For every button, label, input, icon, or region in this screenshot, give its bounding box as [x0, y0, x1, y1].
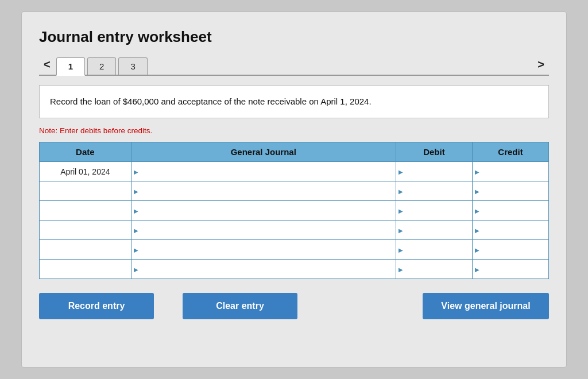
gj-cell-2[interactable]: [131, 181, 396, 201]
credit-cell-6[interactable]: [472, 260, 548, 279]
table-row: [40, 240, 549, 260]
note-text: Note: Enter debits before credits.: [39, 126, 549, 135]
next-tab-button[interactable]: >: [533, 56, 549, 72]
gj-cell-5[interactable]: [131, 240, 396, 260]
col-header-debit: Debit: [396, 142, 472, 162]
debit-cell-2[interactable]: [396, 181, 472, 201]
description-box: Record the loan of $460,000 and acceptan…: [39, 85, 549, 118]
table-row: [40, 201, 549, 221]
debit-cell-6[interactable]: [396, 260, 472, 279]
table-row: [40, 181, 549, 201]
debit-input-4[interactable]: [409, 226, 464, 235]
credit-input-2[interactable]: [485, 187, 540, 196]
debit-input-3[interactable]: [409, 206, 464, 215]
gj-input-5[interactable]: [144, 245, 376, 254]
description-text: Record the loan of $460,000 and acceptan…: [50, 96, 372, 106]
credit-input-3[interactable]: [485, 206, 540, 215]
debit-input-5[interactable]: [409, 245, 464, 254]
credit-cell-3[interactable]: [472, 201, 548, 221]
gj-cell-4[interactable]: [131, 221, 396, 240]
prev-tab-button[interactable]: <: [39, 56, 55, 72]
col-header-date: Date: [40, 142, 131, 162]
table-row: [40, 260, 549, 279]
table-row: April 01, 2024: [40, 162, 549, 181]
clear-entry-button[interactable]: Clear entry: [183, 293, 297, 319]
date-cell-2[interactable]: [40, 181, 131, 201]
col-header-credit: Credit: [472, 142, 548, 162]
page-title: Journal entry worksheet: [39, 28, 549, 46]
gj-input-3[interactable]: [144, 206, 376, 215]
credit-cell-1[interactable]: [472, 162, 548, 181]
tabs-row: < 1 2 3 >: [39, 56, 549, 76]
gj-input-4[interactable]: [144, 226, 376, 235]
journal-entry-worksheet: Journal entry worksheet < 1 2 3 > Record…: [21, 11, 567, 368]
tab-1[interactable]: 1: [56, 57, 85, 76]
debit-input-1[interactable]: [409, 167, 464, 176]
credit-input-4[interactable]: [485, 226, 540, 235]
view-general-journal-button[interactable]: View general journal: [423, 293, 549, 319]
gj-input-2[interactable]: [144, 187, 376, 196]
credit-cell-2[interactable]: [472, 181, 548, 201]
gj-cell-1[interactable]: [131, 162, 396, 181]
date-cell-5[interactable]: [40, 240, 131, 260]
debit-input-2[interactable]: [409, 187, 464, 196]
credit-cell-4[interactable]: [472, 221, 548, 240]
date-cell-4[interactable]: [40, 221, 131, 240]
debit-cell-5[interactable]: [396, 240, 472, 260]
col-header-gj: General Journal: [131, 142, 396, 162]
date-cell-3[interactable]: [40, 201, 131, 221]
table-row: [40, 221, 549, 240]
debit-input-6[interactable]: [409, 265, 464, 274]
gj-input-1[interactable]: [144, 167, 376, 176]
date-cell-1[interactable]: April 01, 2024: [40, 162, 131, 181]
record-entry-button[interactable]: Record entry: [39, 293, 154, 319]
gj-cell-6[interactable]: [131, 260, 396, 279]
credit-input-5[interactable]: [485, 245, 540, 254]
date-cell-6[interactable]: [40, 260, 131, 279]
journal-table: Date General Journal Debit Credit April …: [39, 142, 549, 279]
credit-input-1[interactable]: [485, 167, 540, 176]
tab-2[interactable]: 2: [87, 57, 116, 75]
gj-cell-3[interactable]: [131, 201, 396, 221]
debit-cell-3[interactable]: [396, 201, 472, 221]
debit-cell-1[interactable]: [396, 162, 472, 181]
credit-input-6[interactable]: [485, 265, 540, 274]
credit-cell-5[interactable]: [472, 240, 548, 260]
debit-cell-4[interactable]: [396, 221, 472, 240]
buttons-row: Record entry Clear entry View general jo…: [39, 293, 549, 319]
tab-3[interactable]: 3: [118, 57, 147, 75]
gj-input-6[interactable]: [144, 265, 376, 274]
